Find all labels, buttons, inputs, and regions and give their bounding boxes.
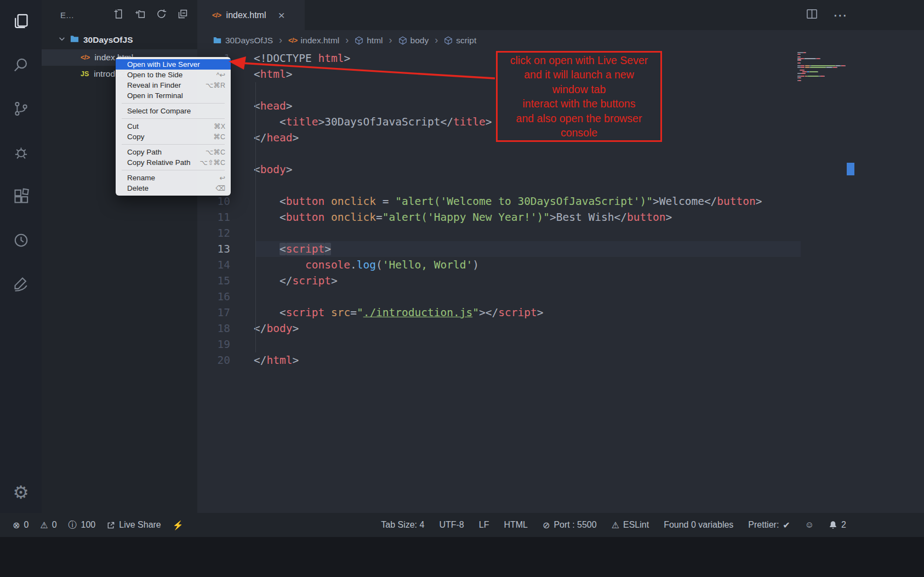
menu-item-shortcut: ⌥⌘R [206, 81, 225, 89]
line-content: <html> [230, 66, 292, 82]
folder-name: 30DaysOfJS [83, 35, 133, 45]
breadcrumb-separator-icon: › [435, 35, 438, 46]
new-folder-icon[interactable] [134, 8, 146, 22]
menu-item-label: Open with Live Server [127, 60, 200, 68]
refresh-icon[interactable] [156, 8, 167, 22]
bottom-filler [0, 537, 924, 577]
breadcrumb-30DaysOfJS[interactable]: 30DaysOfJS [213, 36, 273, 45]
status-label: Prettier: [748, 520, 779, 530]
line-number: 17 [197, 305, 230, 321]
status-feedback[interactable]: ☺ [805, 520, 814, 530]
folder-row-30daysofjs[interactable]: 30DaysOfJS [42, 32, 197, 48]
split-editor-icon[interactable] [806, 8, 818, 22]
breadcrumb-label: index.html [301, 36, 340, 45]
menu-item-shortcut: ⌘C [213, 133, 225, 141]
status-warnings[interactable]: ⚠0 [40, 520, 56, 530]
menu-item-rename[interactable]: Rename↩ [116, 173, 231, 183]
extensions-icon [13, 188, 30, 207]
code-line-13[interactable]: 13 <script> [197, 241, 924, 257]
menu-item-delete[interactable]: Delete⌫ [116, 183, 231, 193]
collapse-all-icon[interactable] [177, 8, 189, 22]
menu-item-cut[interactable]: Cut⌘X [116, 121, 231, 132]
menu-item-label: Copy Path [127, 148, 162, 156]
status-language-mode[interactable]: HTML [504, 520, 528, 530]
status-eol[interactable]: LF [479, 520, 489, 530]
search-activity-button[interactable] [0, 44, 42, 88]
minimap[interactable] [797, 52, 848, 82]
explorer-activity-button[interactable] [0, 0, 42, 44]
status-live-share[interactable]: Live Share [107, 520, 161, 530]
code-line-20[interactable]: 20</html> [197, 352, 924, 368]
line-content: <!DOCTYPE html> [230, 50, 350, 66]
status-tab-size[interactable]: Tab Size: 4 [381, 520, 424, 530]
history-activity-button[interactable] [0, 219, 42, 263]
search-icon [13, 56, 30, 76]
line-content: </script> [230, 273, 338, 289]
status-label: Tab Size: 4 [381, 520, 424, 530]
line-number: 12 [197, 225, 230, 241]
line-number: 15 [197, 273, 230, 289]
code-line-15[interactable]: 15 </script> [197, 273, 924, 289]
line-content: </html> [230, 352, 299, 368]
breadcrumb-label: script [456, 36, 476, 45]
code-line-16[interactable]: 16 [197, 289, 924, 305]
status-info-count[interactable]: ⓘ100 [69, 519, 96, 531]
line-content: <button onclick="alert('Happy New Year!'… [230, 209, 672, 225]
status-errors[interactable]: ⊗0 [13, 520, 28, 530]
code-line-18[interactable]: 18</body> [197, 321, 924, 336]
menu-item-open-in-terminal[interactable]: Open in Terminal [116, 90, 231, 101]
annotation-line: console [498, 125, 660, 140]
settings-gear-button[interactable]: ⚙ [0, 477, 42, 507]
code-line-12[interactable]: 12 [197, 225, 924, 241]
status-encoding[interactable]: UTF-8 [439, 520, 464, 530]
breadcrumb-index.html[interactable]: </>index.html [288, 36, 339, 45]
more-actions-icon[interactable]: ⋯ [833, 8, 847, 22]
status-notifications[interactable]: 2 [829, 520, 846, 530]
menu-item-label: Reveal in Finder [127, 81, 181, 89]
breadcrumb-html[interactable]: html [355, 36, 383, 45]
menu-item-shortcut: ⌥⌘C [206, 148, 225, 156]
activity-bar: ⚙ [0, 0, 42, 513]
line-content [230, 82, 254, 98]
run-debug-activity-button[interactable] [0, 132, 42, 175]
menu-item-open-to-the-side[interactable]: Open to the Side^↩ [116, 70, 231, 80]
breadcrumb-script[interactable]: script [444, 36, 476, 45]
menu-item-copy-path[interactable]: Copy Path⌥⌘C [116, 147, 231, 157]
menu-item-copy[interactable]: Copy⌘C [116, 132, 231, 142]
source-control-activity-button[interactable] [0, 88, 42, 132]
code-line-7[interactable]: 7 [197, 146, 924, 162]
extensions-activity-button[interactable] [0, 175, 42, 219]
status-variables[interactable]: Found 0 variables [664, 520, 733, 530]
status-eslint[interactable]: ⚠ESLint [612, 520, 649, 530]
new-file-icon[interactable] [113, 8, 124, 22]
code-line-10[interactable]: 10 <button onclick = "alert('Welcome to … [197, 193, 924, 209]
folder-icon [70, 34, 79, 46]
code-line-19[interactable]: 19 [197, 336, 924, 352]
menu-item-reveal-in-finder[interactable]: Reveal in Finder⌥⌘R [116, 80, 231, 90]
editor-tools-activity-button[interactable] [0, 263, 42, 307]
status-label: ESLint [623, 520, 649, 530]
indent-guide [255, 82, 256, 352]
menu-item-label: Open to the Side [127, 71, 182, 79]
menu-item-open-with-live-server[interactable]: Open with Live Server [116, 59, 231, 70]
menu-separator [122, 118, 225, 119]
cube-icon [355, 36, 363, 45]
code-line-11[interactable]: 11 <button onclick="alert('Happy New Yea… [197, 209, 924, 225]
minimap-line [797, 80, 848, 81]
code-line-17[interactable]: 17 <script src="./introduction.js"></scr… [197, 305, 924, 321]
code-line-8[interactable]: 8<body> [197, 162, 924, 178]
menu-item-copy-relative-path[interactable]: Copy Relative Path⌥⇧⌘C [116, 157, 231, 168]
line-content [230, 289, 254, 305]
tab-index-html[interactable]: </> index.html × [197, 0, 305, 30]
menu-item-select-for-compare[interactable]: Select for Compare [116, 106, 231, 116]
breadcrumb-body[interactable]: body [398, 36, 429, 45]
status-quick-action[interactable]: ⚡ [173, 520, 184, 530]
code-line-14[interactable]: 14 console.log('Hello, World') [197, 257, 924, 273]
status-prettier[interactable]: Prettier:✔ [748, 520, 790, 530]
line-number: 13 [197, 241, 230, 257]
status-label: 0 [24, 520, 28, 530]
code-line-9[interactable]: 9 [197, 178, 924, 193]
status-live-server-port[interactable]: ⊘Port : 5500 [543, 520, 597, 530]
line-number: 20 [197, 352, 230, 368]
close-tab-icon[interactable]: × [278, 9, 285, 21]
